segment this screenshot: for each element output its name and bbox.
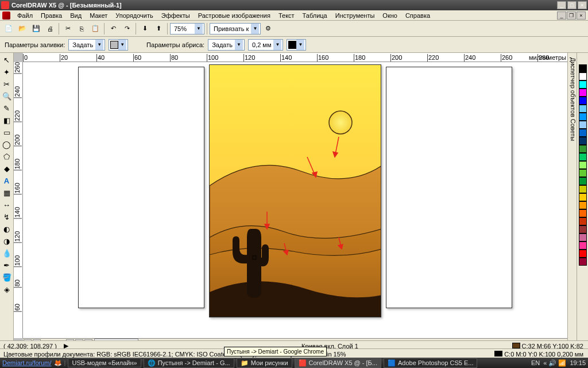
freehand-tool-icon[interactable]: ✎ bbox=[1, 102, 13, 114]
undo-icon[interactable]: ↶ bbox=[107, 22, 119, 35]
color-swatch[interactable] bbox=[579, 145, 587, 153]
color-swatch[interactable] bbox=[579, 121, 587, 129]
maximize-button[interactable]: □ bbox=[567, 1, 577, 9]
basic-shapes-icon[interactable]: ◆ bbox=[1, 163, 13, 174]
task-corel[interactable]: 🟥 CorelDRAW X5 @ - [Б... bbox=[295, 358, 381, 368]
docker-tabs[interactable]: Диспетчер объектов Советы bbox=[567, 53, 577, 347]
menu-arrange[interactable]: Упорядочить bbox=[112, 11, 156, 20]
menu-view[interactable]: Вид bbox=[67, 11, 85, 20]
color-swatch[interactable] bbox=[579, 209, 587, 217]
color-swatch[interactable] bbox=[579, 201, 587, 209]
polygon-tool-icon[interactable]: ⬠ bbox=[1, 151, 13, 162]
color-swatch[interactable] bbox=[579, 250, 587, 258]
import-icon[interactable]: ⬇ bbox=[138, 22, 151, 35]
color-swatch[interactable] bbox=[579, 113, 587, 121]
color-swatch[interactable] bbox=[579, 161, 587, 169]
menu-table[interactable]: Таблица bbox=[299, 11, 331, 20]
lang-indicator[interactable]: EN bbox=[531, 359, 540, 366]
copy-icon[interactable]: ⎘ bbox=[75, 22, 88, 35]
menu-bitmaps[interactable]: Растровые изображения bbox=[195, 11, 274, 20]
redo-icon[interactable]: ↷ bbox=[121, 22, 133, 35]
crop-tool-icon[interactable]: ✂ bbox=[1, 78, 13, 90]
task-usb[interactable]: USB-модем «Билайн» bbox=[68, 358, 141, 367]
blend-tool-icon[interactable]: ◐ bbox=[1, 223, 13, 235]
mdi-close[interactable]: × bbox=[577, 12, 586, 20]
open-icon[interactable]: 📂 bbox=[16, 22, 29, 35]
menu-tools[interactable]: Инструменты bbox=[332, 11, 378, 20]
vertical-ruler[interactable]: 2602402202001801601401201008060 bbox=[14, 62, 23, 338]
shape-tool-icon[interactable]: ✦ bbox=[1, 66, 13, 78]
color-swatch[interactable] bbox=[579, 169, 587, 177]
snap-combo[interactable]: Привязать к▼ bbox=[210, 23, 261, 34]
color-swatch[interactable] bbox=[579, 97, 587, 105]
color-swatch[interactable] bbox=[579, 153, 587, 161]
clock[interactable]: 19:15 bbox=[570, 359, 586, 366]
workspace: ↖ ✦ ✂ 🔍 ✎ ◧ ▭ ◯ ⬠ ◆ A ▦ ↔ ↯ ◐ ◑ 💧 ✒ 🪣 ◈ … bbox=[0, 53, 588, 347]
color-swatch[interactable] bbox=[579, 64, 587, 72]
task-pictures[interactable]: 📁 Мои рисунки bbox=[237, 358, 292, 368]
menu-text[interactable]: Текст bbox=[275, 11, 298, 20]
cut-icon[interactable]: ✂ bbox=[61, 22, 74, 35]
menu-window[interactable]: Окно bbox=[379, 11, 401, 20]
zoom-combo[interactable]: 75%▼ bbox=[170, 23, 204, 34]
task-photoshop[interactable]: 🟦 Adobe Photoshop CS5 E... bbox=[384, 358, 477, 368]
firefox-icon[interactable]: 🦊 bbox=[54, 359, 62, 367]
eyedropper-tool-icon[interactable]: 💧 bbox=[1, 247, 13, 259]
color-swatch[interactable] bbox=[579, 129, 587, 137]
close-button[interactable]: × bbox=[578, 1, 587, 9]
connector-tool-icon[interactable]: ↯ bbox=[1, 211, 13, 223]
color-swatch[interactable] bbox=[579, 233, 587, 241]
color-swatch[interactable] bbox=[579, 177, 587, 185]
zoom-tool-icon[interactable]: 🔍 bbox=[1, 90, 13, 102]
canvas[interactable] bbox=[23, 62, 567, 338]
task-chrome[interactable]: 🌐 Пустыня -> Demiart - G... bbox=[144, 358, 234, 368]
demiart-link[interactable]: Demiart.ru/forum/ bbox=[2, 359, 52, 366]
outline-flyout-icon[interactable]: ✒ bbox=[1, 259, 13, 271]
fill-color-combo[interactable]: ▼ bbox=[109, 39, 128, 51]
menu-effects[interactable]: Эффекты bbox=[158, 11, 194, 20]
color-swatch[interactable] bbox=[579, 89, 587, 97]
tray-icons[interactable]: « 🔊 📶 bbox=[543, 359, 566, 367]
smart-fill-icon[interactable]: ◧ bbox=[1, 114, 13, 126]
export-icon[interactable]: ⬆ bbox=[152, 22, 165, 35]
minimize-button[interactable]: _ bbox=[557, 1, 566, 9]
paste-icon[interactable]: 📋 bbox=[89, 22, 102, 35]
new-icon[interactable]: 📄 bbox=[2, 22, 15, 35]
table-tool-icon[interactable]: ▦ bbox=[1, 187, 13, 198]
print-icon[interactable]: 🖨 bbox=[44, 22, 56, 35]
color-swatch[interactable] bbox=[579, 241, 587, 250]
interactive-fill-icon[interactable]: ◈ bbox=[1, 283, 13, 295]
artwork[interactable] bbox=[209, 64, 381, 317]
horizontal-ruler[interactable]: 020406080100120140160180200220240260280м… bbox=[23, 53, 567, 62]
menu-layout[interactable]: Макет bbox=[86, 11, 111, 20]
window-buttons: _ □ × bbox=[557, 1, 587, 9]
color-swatch[interactable] bbox=[579, 193, 587, 201]
color-swatch[interactable] bbox=[579, 258, 587, 266]
fill-type-combo[interactable]: Задать▼ bbox=[68, 39, 105, 51]
color-swatch[interactable] bbox=[579, 217, 587, 225]
color-swatch[interactable] bbox=[579, 225, 587, 233]
text-tool-icon[interactable]: A bbox=[1, 175, 13, 186]
options-icon[interactable]: ⚙ bbox=[262, 22, 274, 35]
mdi-minimize[interactable]: _ bbox=[557, 12, 566, 20]
color-swatch[interactable] bbox=[579, 185, 587, 193]
dimension-tool-icon[interactable]: ↔ bbox=[1, 199, 13, 210]
color-swatch[interactable] bbox=[579, 137, 587, 145]
outline-color-combo[interactable]: ▼ bbox=[287, 39, 306, 51]
menu-file[interactable]: Файл bbox=[14, 11, 36, 20]
outline-type-combo[interactable]: Задать▼ bbox=[208, 39, 245, 51]
color-swatch[interactable] bbox=[579, 72, 587, 80]
pick-tool-icon[interactable]: ↖ bbox=[1, 54, 13, 66]
mdi-restore[interactable]: ❐ bbox=[567, 12, 576, 20]
fill-flyout-icon[interactable]: 🪣 bbox=[1, 271, 13, 283]
outline-indicator[interactable]: C:0 M:0 Y:0 K:100 0,200 мм bbox=[494, 351, 583, 358]
menu-edit[interactable]: Правка bbox=[37, 11, 65, 20]
ellipse-tool-icon[interactable]: ◯ bbox=[1, 139, 13, 150]
color-swatch[interactable] bbox=[579, 105, 587, 113]
transparency-tool-icon[interactable]: ◑ bbox=[1, 235, 13, 247]
color-swatch[interactable] bbox=[579, 80, 587, 89]
rectangle-tool-icon[interactable]: ▭ bbox=[1, 126, 13, 138]
menu-help[interactable]: Справка bbox=[402, 11, 434, 20]
save-icon[interactable]: 💾 bbox=[30, 22, 42, 35]
outline-width-combo[interactable]: 0,2 мм▼ bbox=[248, 39, 283, 51]
